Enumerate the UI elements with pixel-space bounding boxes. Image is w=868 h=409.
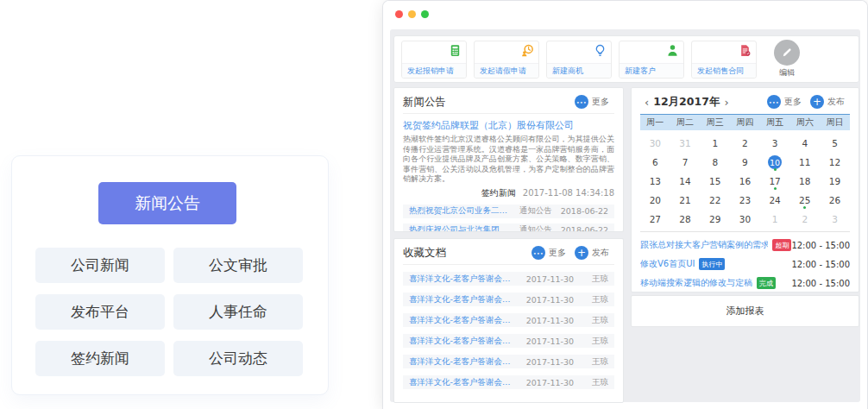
calendar-prev-icon[interactable]: ‹ xyxy=(645,97,649,108)
documents-more-label[interactable]: 更多 xyxy=(549,247,566,259)
calendar-day[interactable]: 14 xyxy=(670,172,701,191)
news-item-title[interactable]: 热烈庆祝公司与北汽集团签定品牌战略推广框架合作协议 xyxy=(409,224,513,232)
calendar-day[interactable]: 27 xyxy=(640,210,670,229)
calendar-day[interactable]: 28 xyxy=(670,210,701,229)
calendar-day[interactable]: 24 xyxy=(760,191,790,210)
calendar-day[interactable]: 8 xyxy=(700,153,730,172)
document-item[interactable]: 喜洋洋文化-老客户答谢会服务目的2017-11-30王琼 xyxy=(403,272,614,286)
quick-action-card[interactable]: 发起请假申请 xyxy=(474,41,539,79)
quick-action-label: 新建商机 xyxy=(547,63,611,78)
calendar-day[interactable]: 30 xyxy=(640,134,670,153)
task-title[interactable]: 移动端搜索逻辑的修改与定稿 xyxy=(640,277,752,289)
calendar-day[interactable]: 20 xyxy=(640,191,670,210)
task-list: 跟张总对接大客户营销案例的需求超期12:00 - 15:00修改V6首页UI执行… xyxy=(640,236,850,293)
quick-action-label: 发起报销申请 xyxy=(402,63,466,78)
calendar-day[interactable]: 17 xyxy=(760,172,790,191)
category-button[interactable]: 人事任命 xyxy=(173,294,303,330)
calendar-day[interactable]: 18 xyxy=(789,172,820,191)
calendar-day[interactable]: 10 xyxy=(760,153,790,172)
quick-action-card[interactable]: 发起销售合同 xyxy=(691,41,757,79)
calendar-day[interactable]: 5 xyxy=(820,134,850,153)
news-item[interactable]: 热烈祝贺北京公司业务二部获董事会第二季度最佳团队奖通知公告2018-06-22 xyxy=(403,204,614,218)
featured-news-link[interactable]: 祝贺签约品牌联盟（北京）股份有限公司 xyxy=(403,119,614,132)
calendar-day[interactable]: 1 xyxy=(760,210,790,229)
calendar-day[interactable]: 23 xyxy=(730,191,760,210)
add-report-button[interactable]: 添加报表 xyxy=(631,295,859,327)
calendar-day[interactable]: 3 xyxy=(820,210,850,229)
documents-list: 喜洋洋文化-老客户答谢会服务目的2017-11-30王琼喜洋洋文化-老客户答谢会… xyxy=(403,272,614,389)
document-item-title[interactable]: 喜洋洋文化-老客户答谢会服务目的 xyxy=(409,356,518,368)
document-item[interactable]: 喜洋洋文化-老客户答谢会服务目的2017-11-30王琼 xyxy=(403,293,614,306)
document-item-title[interactable]: 喜洋洋文化-老客户答谢会服务目的 xyxy=(409,377,518,388)
documents-publish-icon[interactable]: + xyxy=(575,246,588,260)
calendar-day[interactable]: 1 xyxy=(700,134,730,153)
quick-action-label: 发起销售合同 xyxy=(692,63,756,78)
category-button[interactable]: 发布平台 xyxy=(35,294,165,330)
document-item[interactable]: 喜洋洋文化-老客户答谢会服务目的2017-11-30王琼 xyxy=(403,355,614,368)
quick-action-card[interactable]: 新建商机 xyxy=(546,41,612,79)
calendar-more-icon[interactable]: ••• xyxy=(767,95,781,109)
calendar-day[interactable]: 13 xyxy=(640,172,670,191)
documents-more-icon[interactable]: ••• xyxy=(531,246,545,260)
calendar-day[interactable]: 11 xyxy=(789,153,820,172)
close-window-button[interactable] xyxy=(395,10,403,18)
calendar-next-icon[interactable]: › xyxy=(724,97,728,108)
calendar-day[interactable]: 22 xyxy=(700,191,730,210)
calendar-day[interactable]: 4 xyxy=(789,134,820,153)
pencil-icon xyxy=(774,40,800,66)
task-item[interactable]: 跟张总对接大客户营销案例的需求超期12:00 - 15:00 xyxy=(640,236,850,255)
quick-action-card[interactable]: 新建客户 xyxy=(619,41,684,79)
calendar-day[interactable]: 31 xyxy=(670,134,701,153)
news-more-icon[interactable]: ••• xyxy=(575,95,588,109)
calendar-more-label[interactable]: 更多 xyxy=(784,96,802,108)
minimize-window-button[interactable] xyxy=(408,10,416,18)
document-item[interactable]: 喜洋洋文化-老客户答谢会服务目的2017-11-30王琼 xyxy=(403,313,614,327)
category-button[interactable]: 公司动态 xyxy=(173,341,303,376)
task-item[interactable]: 移动端搜索逻辑的修改与定稿完成12:00 - 15:00 xyxy=(640,274,850,293)
calendar-day[interactable]: 2 xyxy=(730,134,760,153)
news-item[interactable]: 热烈庆祝公司与北汽集团签定品牌战略推广框架合作协议通知公告2018-06-22 xyxy=(403,223,614,233)
calendar-day[interactable]: 16 xyxy=(730,172,760,191)
calendar-publish-label[interactable]: 发布 xyxy=(827,96,845,108)
calendar-day[interactable]: 9 xyxy=(730,153,760,172)
calendar-day[interactable]: 21 xyxy=(670,191,701,210)
calendar-day[interactable]: 7 xyxy=(670,153,701,172)
calendar-day[interactable]: 15 xyxy=(700,172,730,191)
category-button[interactable]: 公文审批 xyxy=(173,248,303,283)
calendar-day-number: 14 xyxy=(679,176,690,186)
contract-icon xyxy=(739,44,752,57)
calendar-day[interactable]: 2 xyxy=(789,210,820,229)
calendar-day[interactable]: 29 xyxy=(700,210,730,229)
primary-category-button[interactable]: 新闻公告 xyxy=(98,182,236,224)
calendar-day[interactable]: 12 xyxy=(820,153,850,172)
calendar-day[interactable]: 19 xyxy=(820,172,850,191)
quick-action-card[interactable]: 发起报销申请 xyxy=(401,41,467,79)
calendar-day[interactable]: 3 xyxy=(760,134,790,153)
featured-news-body: 热潮软件签约北京汉道睿格公关顾问有限公司，为其提供公关传播行业运营管理系统。汉道… xyxy=(403,135,614,185)
calendar-day[interactable]: 30 xyxy=(730,210,760,229)
document-item-title[interactable]: 喜洋洋文化-老客户答谢会服务目的 xyxy=(409,274,518,285)
documents-publish-label[interactable]: 发布 xyxy=(592,247,609,259)
calendar-day[interactable]: 26 xyxy=(820,191,850,210)
news-more-label[interactable]: 更多 xyxy=(592,96,609,108)
category-button[interactable]: 签约新闻 xyxy=(35,341,165,376)
task-title[interactable]: 修改V6首页UI xyxy=(640,258,695,270)
edit-layout-button[interactable]: 编辑 xyxy=(774,40,800,79)
task-item[interactable]: 修改V6首页UI执行中12:00 - 15:00 xyxy=(640,255,850,274)
calendar-day[interactable]: 6 xyxy=(640,153,670,172)
document-item[interactable]: 喜洋洋文化-老客户答谢会服务目的2017-11-30王琼 xyxy=(403,334,614,348)
calendar-day-number: 1 xyxy=(772,214,778,224)
document-item-title[interactable]: 喜洋洋文化-老客户答谢会服务目的 xyxy=(409,315,518,326)
category-button[interactable]: 公司新闻 xyxy=(35,248,165,283)
document-item[interactable]: 喜洋洋文化-老客户答谢会服务目的2017-11-30王琼 xyxy=(403,375,614,389)
category-button-grid: 公司新闻公文审批发布平台人事任命签约新闻公司动态 xyxy=(35,248,306,376)
featured-news-meta: 签约新闻2017-11-08 14:34:18 xyxy=(403,187,614,199)
calendar-day-number: 20 xyxy=(650,195,661,205)
calendar-publish-icon[interactable]: + xyxy=(810,95,824,109)
task-title[interactable]: 跟张总对接大客户营销案例的需求 xyxy=(640,239,768,251)
document-item-title[interactable]: 喜洋洋文化-老客户答谢会服务目的 xyxy=(409,294,518,305)
news-item-title[interactable]: 热烈祝贺北京公司业务二部获董事会第二季度最佳团队奖 xyxy=(409,205,513,217)
calendar-day[interactable]: 25 xyxy=(789,191,820,210)
document-item-title[interactable]: 喜洋洋文化-老客户答谢会服务目的 xyxy=(409,336,518,347)
zoom-window-button[interactable] xyxy=(421,10,429,18)
